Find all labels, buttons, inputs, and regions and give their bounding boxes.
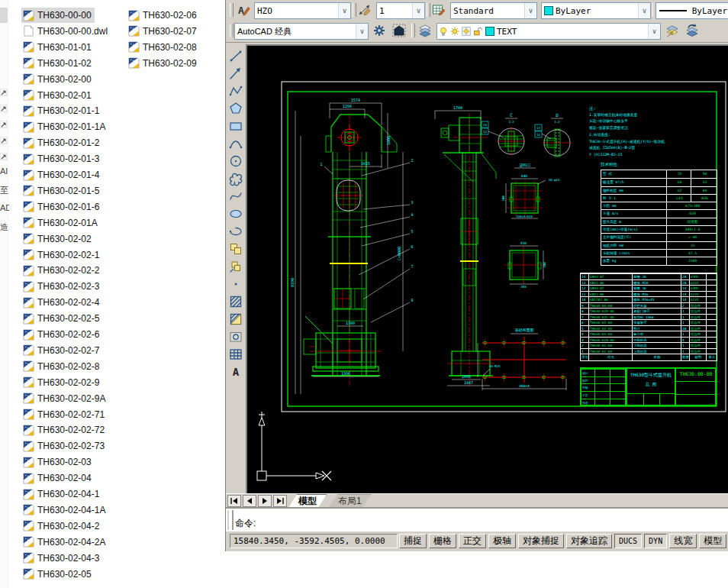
file-item[interactable]: TH630-02-05 [21,567,95,582]
status-toggle-polar[interactable]: 极轴 [488,534,516,548]
file-item[interactable]: TH630-02-02-2 [21,263,102,278]
ellipse-tool-icon[interactable] [227,205,245,222]
file-item[interactable]: TH630-02-06 [127,8,200,23]
file-item[interactable]: TH630-02-04 [21,470,95,486]
last-tab-icon[interactable] [273,495,287,507]
workspace-settings-gear-icon[interactable] [370,22,388,39]
file-item[interactable]: TH630-02-01-3 [21,151,102,166]
chevron-down-icon[interactable]: ∨ [412,3,424,18]
status-toggle-ortho[interactable]: 正交 [459,534,486,548]
polyline-tool-icon[interactable] [227,82,245,99]
file-item[interactable]: TH630-02-01-1 [21,103,102,118]
file-item[interactable]: TH630-02-01 [21,88,95,103]
file-item[interactable]: TH630-02-02-8 [21,359,102,374]
file-item[interactable]: TH630-02-04-1 [21,486,102,502]
chevron-down-icon[interactable]: ∨ [356,24,368,39]
region-tool-icon[interactable] [227,328,245,345]
file-item[interactable]: TH630-00-00.dwl [21,24,111,39]
file-item[interactable]: TH630-02-02-4 [21,295,102,310]
ellipse-arc-tool-icon[interactable] [227,223,245,240]
make-block-tool-icon[interactable] [227,258,245,275]
table-style-combo[interactable]: Standard ∨ [450,2,537,19]
next-tab-icon[interactable] [258,495,272,507]
status-toggle-snap[interactable]: 捕捉 [399,534,427,548]
toolbar-grip[interactable] [230,3,234,17]
file-item[interactable]: TH630-02-02-72 [21,422,108,438]
circle-tool-icon[interactable] [227,153,245,170]
chevron-down-icon[interactable]: ∨ [648,24,660,39]
spline-tool-icon[interactable] [227,188,245,205]
status-toggle-grid[interactable]: 栅格 [429,534,456,548]
file-item[interactable]: TH630-01-01 [21,40,95,55]
dim-style-combo[interactable]: 1 ∨ [376,2,425,19]
file-item[interactable]: TH630-02-04-2 [21,519,102,534]
file-item[interactable]: TH630-02-02-6 [21,327,102,342]
file-item[interactable]: TH630-02-02-9 [21,375,102,390]
file-item[interactable]: TH630-02-01-4 [21,167,102,183]
file-item[interactable]: TH630-02-04-2A [21,535,108,550]
layer-on-bulb-icon[interactable] [438,26,449,37]
table-style-icon[interactable] [430,2,448,18]
revision-cloud-tool-icon[interactable] [227,170,245,187]
first-tab-icon[interactable] [227,495,241,507]
file-item[interactable]: TH630-02-02-5 [21,311,102,326]
arc-tool-icon[interactable] [227,135,245,152]
file-item[interactable]: TH630-02-01-2 [21,135,102,150]
file-item[interactable]: TH630-02-04-3 [21,551,102,566]
status-toggle-lwt[interactable]: 线宽 [669,534,697,548]
file-item[interactable]: TH630-02-02 [21,231,95,247]
file-item[interactable]: TH630-00-00 [21,8,95,23]
chevron-down-icon[interactable]: ∨ [338,3,350,18]
file-item[interactable]: TH630-02-09 [127,56,200,71]
gradient-tool-icon[interactable] [227,311,245,328]
toolbar-grip[interactable] [411,24,415,37]
status-toggle-osnap[interactable]: 对象捕捉 [518,534,564,548]
hatch-tool-icon[interactable] [227,293,245,310]
file-item[interactable]: TH630-02-02-7 [21,343,102,358]
layer-freeze-sun-icon[interactable] [449,26,460,37]
polygon-tool-icon[interactable] [227,100,245,117]
status-toggle-ducs[interactable]: DUCS [614,534,642,548]
make-object-layer-current-icon[interactable] [663,22,681,39]
layer-properties-icon[interactable] [416,22,434,39]
layer-previous-icon[interactable] [683,22,701,39]
file-item[interactable]: TH630-02-03 [21,454,95,470]
file-item[interactable]: TH630-02-02-3 [21,279,102,294]
file-item[interactable]: TH630-02-07 [127,24,200,39]
dim-style-icon[interactable] [356,2,374,18]
linetype-control-combo[interactable]: ByLayer [656,2,728,19]
file-item[interactable]: TH630-02-02-71 [21,407,108,422]
command-window[interactable]: 命令: [226,507,728,532]
layer-viewport-freeze-icon[interactable] [461,26,472,37]
point-tool-icon[interactable] [227,276,245,292]
chevron-down-icon[interactable]: ∨ [524,3,536,18]
tab-layout1[interactable]: 布局1 [328,494,372,508]
file-item[interactable]: TH630-02-08 [127,40,200,55]
construction-line-tool-icon[interactable] [227,65,245,82]
file-item[interactable]: TH630-02-00 [21,72,95,87]
table-tool-icon[interactable] [227,346,245,363]
command-prompt[interactable]: 命令: [235,517,256,530]
text-style-combo[interactable]: HZO ∨ [254,2,351,19]
text-style-icon[interactable]: A [234,2,253,18]
file-item[interactable]: TH630-02-02-1 [21,247,102,263]
layer-lock-icon[interactable] [472,26,483,37]
toolbar-grip[interactable] [230,24,234,37]
tab-model[interactable]: 模型 [288,494,327,508]
file-item[interactable]: TH630-02-04-1A [21,502,108,518]
multiline-text-tool-icon[interactable]: A [227,363,245,380]
file-item[interactable]: TH630-02-01A [21,215,101,231]
my-workspace-icon[interactable] [390,22,408,39]
status-toggle-dyn[interactable]: DYN [644,534,667,548]
file-item[interactable]: TH630-02-01-5 [21,183,102,199]
status-toggle-model[interactable]: 模型 [699,534,726,548]
coordinate-readout[interactable]: 15840.3450, -3592.4505, 0.0000 [230,534,398,548]
file-item[interactable]: TH630-02-01-6 [21,199,102,215]
file-item[interactable]: TH630-02-02-73 [21,438,108,454]
file-item[interactable]: TH630-01-02 [21,56,95,71]
rectangle-tool-icon[interactable] [227,118,245,134]
line-tool-icon[interactable] [227,47,245,64]
command-window-grip[interactable] [227,510,234,530]
workspace-combo[interactable]: AutoCAD 经典 ∨ [234,23,369,40]
chevron-down-icon[interactable]: ∨ [638,3,650,18]
